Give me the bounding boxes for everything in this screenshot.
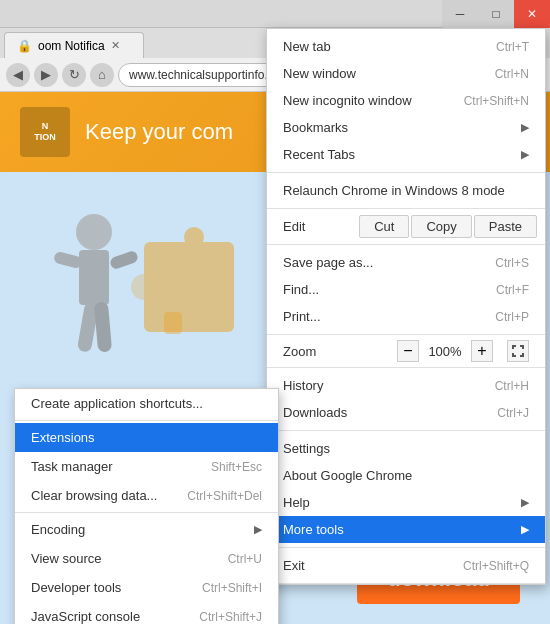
- recent-tabs-arrow-icon: ▶: [521, 148, 529, 161]
- clear-browsing-label: Clear browsing data...: [31, 488, 157, 503]
- menu-item-help[interactable]: Help ▶: [267, 489, 545, 516]
- encoding-arrow-icon: ▶: [254, 523, 262, 536]
- maximize-button[interactable]: □: [478, 0, 514, 28]
- menu-item-new-window-label: New window: [283, 66, 356, 81]
- save-page-shortcut: Ctrl+S: [495, 256, 529, 270]
- cut-button[interactable]: Cut: [359, 215, 409, 238]
- svg-rect-9: [164, 312, 182, 334]
- zoom-controls: − 100% +: [397, 340, 529, 362]
- menu-item-new-tab[interactable]: New tab Ctrl+T: [267, 33, 545, 60]
- menu-item-downloads[interactable]: Downloads Ctrl+J: [267, 399, 545, 426]
- menu-item-more-tools[interactable]: More tools ▶: [267, 516, 545, 543]
- chrome-menu: New tab Ctrl+T New window Ctrl+N New inc…: [266, 28, 546, 585]
- submenu-divider-1: [15, 420, 278, 421]
- menu-item-bookmarks[interactable]: Bookmarks ▶: [267, 114, 545, 141]
- history-shortcut: Ctrl+H: [495, 379, 529, 393]
- minimize-button[interactable]: ─: [442, 0, 478, 28]
- menu-section-settings: Settings About Google Chrome Help ▶ More…: [267, 431, 545, 548]
- back-button[interactable]: ◀: [6, 63, 30, 87]
- menu-item-print[interactable]: Print... Ctrl+P: [267, 303, 545, 330]
- menu-item-settings[interactable]: Settings: [267, 435, 545, 462]
- zoom-row: Zoom − 100% +: [267, 335, 545, 368]
- zoom-plus-button[interactable]: +: [471, 340, 493, 362]
- menu-item-bookmarks-label: Bookmarks: [283, 120, 348, 135]
- view-source-label: View source: [31, 551, 102, 566]
- edit-row: Edit Cut Copy Paste: [267, 209, 545, 245]
- logo-text: NTION: [34, 121, 56, 143]
- more-tools-arrow-icon: ▶: [521, 523, 529, 536]
- menu-section-page: Save page as... Ctrl+S Find... Ctrl+F Pr…: [267, 245, 545, 335]
- menu-item-history[interactable]: History Ctrl+H: [267, 372, 545, 399]
- create-shortcuts-label: Create application shortcuts...: [31, 396, 203, 411]
- submenu-task-manager[interactable]: Task manager Shift+Esc: [15, 452, 278, 481]
- svg-rect-1: [79, 250, 109, 305]
- print-shortcut: Ctrl+P: [495, 310, 529, 324]
- submenu-view-source[interactable]: View source Ctrl+U: [15, 544, 278, 573]
- reload-button[interactable]: ↻: [62, 63, 86, 87]
- exit-label: Exit: [283, 558, 305, 573]
- developer-tools-label: Developer tools: [31, 580, 121, 595]
- submenu-divider-2: [15, 512, 278, 513]
- menu-item-save-page[interactable]: Save page as... Ctrl+S: [267, 249, 545, 276]
- menu-item-find[interactable]: Find... Ctrl+F: [267, 276, 545, 303]
- submenu-clear-browsing[interactable]: Clear browsing data... Ctrl+Shift+Del: [15, 481, 278, 510]
- menu-item-about[interactable]: About Google Chrome: [267, 462, 545, 489]
- edit-buttons: Cut Copy Paste: [327, 215, 545, 238]
- fullscreen-icon: [511, 344, 525, 358]
- zoom-minus-button[interactable]: −: [397, 340, 419, 362]
- svg-rect-5: [94, 301, 112, 352]
- view-source-shortcut: Ctrl+U: [228, 552, 262, 566]
- illustration-area: [14, 182, 264, 382]
- menu-item-new-tab-shortcut: Ctrl+T: [496, 40, 529, 54]
- history-label: History: [283, 378, 323, 393]
- menu-item-relaunch[interactable]: Relaunch Chrome in Windows 8 mode: [267, 177, 545, 204]
- copy-button[interactable]: Copy: [411, 215, 471, 238]
- close-button[interactable]: ✕: [514, 0, 550, 28]
- forward-button[interactable]: ▶: [34, 63, 58, 87]
- zoom-label: Zoom: [283, 344, 397, 359]
- paste-button[interactable]: Paste: [474, 215, 537, 238]
- menu-item-new-tab-label: New tab: [283, 39, 331, 54]
- menu-item-exit[interactable]: Exit Ctrl+Shift+Q: [267, 552, 545, 579]
- more-tools-submenu: Create application shortcuts... Extensio…: [14, 388, 279, 624]
- downloads-label: Downloads: [283, 405, 347, 420]
- titlebar-buttons: ─ □ ✕: [442, 0, 550, 28]
- menu-item-incognito-shortcut: Ctrl+Shift+N: [464, 94, 529, 108]
- submenu-js-console[interactable]: JavaScript console Ctrl+Shift+J: [15, 602, 278, 624]
- submenu-encoding[interactable]: Encoding ▶: [15, 515, 278, 544]
- help-arrow-icon: ▶: [521, 496, 529, 509]
- print-label: Print...: [283, 309, 321, 324]
- menu-item-recent-tabs-label: Recent Tabs: [283, 147, 355, 162]
- submenu-developer-tools[interactable]: Developer tools Ctrl+Shift+I: [15, 573, 278, 602]
- svg-rect-2: [53, 251, 83, 270]
- about-label: About Google Chrome: [283, 468, 412, 483]
- clear-browsing-shortcut: Ctrl+Shift+Del: [187, 489, 262, 503]
- submenu-create-shortcuts[interactable]: Create application shortcuts...: [15, 389, 278, 418]
- browser-tab[interactable]: 🔒 oom Notifica ✕: [4, 32, 144, 58]
- submenu-extensions[interactable]: Extensions: [15, 423, 278, 452]
- menu-item-recent-tabs[interactable]: Recent Tabs ▶: [267, 141, 545, 168]
- js-console-label: JavaScript console: [31, 609, 140, 624]
- home-button[interactable]: ⌂: [90, 63, 114, 87]
- menu-section-new: New tab Ctrl+T New window Ctrl+N New inc…: [267, 29, 545, 173]
- puzzle-illustration: [14, 182, 264, 382]
- menu-section-relaunch: Relaunch Chrome in Windows 8 mode: [267, 173, 545, 209]
- downloads-shortcut: Ctrl+J: [497, 406, 529, 420]
- menu-item-incognito-label: New incognito window: [283, 93, 412, 108]
- zoom-fullscreen-button[interactable]: [507, 340, 529, 362]
- tab-close-button[interactable]: ✕: [111, 39, 120, 52]
- menu-section-history: History Ctrl+H Downloads Ctrl+J: [267, 368, 545, 431]
- tab-label: oom Notifica: [38, 39, 105, 53]
- zoom-value: 100%: [427, 344, 463, 359]
- svg-point-8: [131, 274, 157, 300]
- browser-titlebar: ─ □ ✕: [0, 0, 550, 28]
- site-logo: NTION: [20, 107, 70, 157]
- menu-item-new-window[interactable]: New window Ctrl+N: [267, 60, 545, 87]
- encoding-label: Encoding: [31, 522, 85, 537]
- svg-rect-3: [109, 250, 139, 271]
- svg-rect-7: [184, 227, 204, 247]
- exit-shortcut: Ctrl+Shift+Q: [463, 559, 529, 573]
- task-manager-shortcut: Shift+Esc: [211, 460, 262, 474]
- developer-tools-shortcut: Ctrl+Shift+I: [202, 581, 262, 595]
- menu-item-incognito[interactable]: New incognito window Ctrl+Shift+N: [267, 87, 545, 114]
